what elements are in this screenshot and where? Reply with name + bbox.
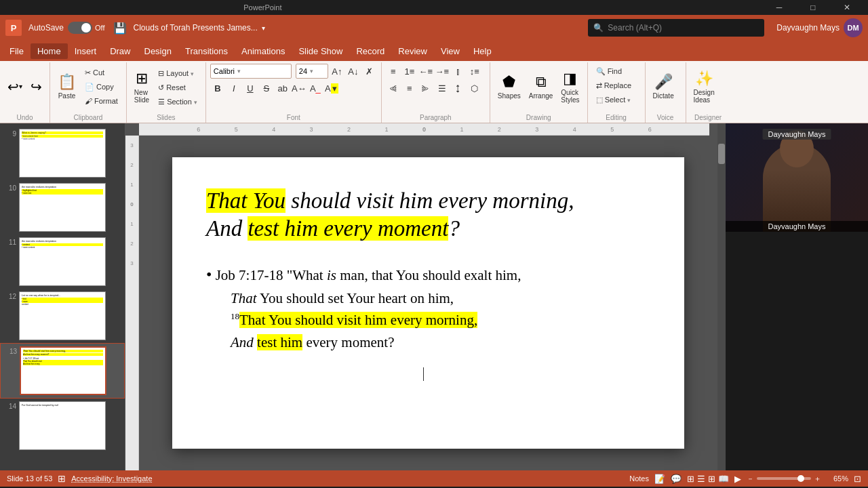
notes-button[interactable]: Notes (629, 474, 649, 483)
columns-button[interactable]: ⫿ (451, 64, 466, 79)
font-color-button[interactable]: A_ (308, 81, 323, 96)
slide-item-12[interactable]: 12 Let no one say when he is tempted... … (0, 289, 125, 343)
replace-button[interactable]: ⇄ Replace (592, 79, 641, 92)
comments-icon[interactable]: 💬 (671, 474, 682, 484)
user-area: Dayvaughn Mays DM (776, 18, 863, 37)
font-increase-button[interactable]: A↑ (330, 64, 344, 79)
font-size-dropdown[interactable]: 24 ▾ (296, 64, 328, 79)
cut-button[interactable]: ✂ Cut (81, 66, 122, 79)
font-decrease-button[interactable]: A↓ (346, 64, 361, 79)
slide-item-14[interactable]: 14 For God cannot be tempted by evil (0, 399, 125, 453)
align-right-button[interactable]: ⫸ (418, 81, 433, 96)
slide-canvas[interactable]: That You should visit him every morning,… (172, 157, 684, 449)
slide-num-13: 13 (5, 348, 17, 355)
decrease-indent-button[interactable]: ←≡ (418, 64, 433, 79)
slide-item-10[interactable]: 10 the man who endures temptation • high… (0, 180, 125, 235)
new-slide-button[interactable]: ⊞ NewSlide (131, 68, 153, 105)
increase-indent-button[interactable]: →≡ (435, 64, 450, 79)
menu-home[interactable]: Home (31, 43, 68, 59)
redo-button[interactable]: ↪ (27, 77, 45, 96)
line-spacing-button[interactable]: ↕≡ (467, 64, 482, 79)
zoom-slider[interactable] (757, 477, 811, 480)
shadow-button[interactable]: ab (275, 81, 290, 96)
find-button[interactable]: 🔍 Find (592, 65, 641, 78)
slide-item-13[interactable]: 13 That You should visit him every morni… (0, 343, 125, 399)
section-button[interactable]: ☰ Section ▾ (154, 96, 201, 108)
menu-design[interactable]: Design (138, 43, 178, 59)
vertical-scrollbar[interactable] (717, 123, 726, 470)
slide-sorter-icon[interactable]: ⊞ (708, 474, 715, 484)
accessibility-label[interactable]: Accessibility: Investigate (71, 474, 152, 483)
font-name-dropdown[interactable]: Calibri ▾ (210, 64, 292, 79)
menu-insert[interactable]: Insert (68, 43, 104, 59)
arrange-button[interactable]: ⧉ Arrange (526, 70, 557, 104)
menu-animations[interactable]: Animations (235, 43, 292, 59)
close-button[interactable]: ✕ (831, 0, 863, 18)
layout-button[interactable]: ⊟ Layout ▾ (154, 67, 201, 80)
menu-view[interactable]: View (434, 43, 467, 59)
body-v18-highlight-a: That You should visit him every morning, (239, 312, 477, 328)
select-button[interactable]: ⬚ Select ▾ (592, 94, 641, 106)
italic-button[interactable]: I (226, 81, 241, 96)
menu-slideshow[interactable]: Slide Show (292, 43, 349, 59)
bullet-list-button[interactable]: ≡ (386, 64, 401, 79)
text-cursor (423, 367, 424, 381)
outline-view-icon[interactable]: ☰ (697, 474, 705, 484)
minimize-button[interactable]: ─ (764, 0, 795, 18)
quick-styles-button[interactable]: ◨ QuickStyles (557, 68, 583, 105)
reading-view-icon[interactable]: 📖 (718, 474, 729, 484)
format-painter-button[interactable]: 🖌 Format (81, 95, 122, 107)
copy-button[interactable]: 📄 Copy (81, 81, 122, 94)
maximize-button[interactable]: □ (797, 0, 829, 18)
ribbon-group-voice: 🎤 Dictate Voice (646, 62, 686, 123)
zoom-out-icon[interactable]: － (747, 474, 754, 484)
menu-transitions[interactable]: Transitions (178, 43, 235, 59)
bold-button[interactable]: B (210, 81, 225, 96)
toggle-track[interactable] (68, 22, 92, 34)
avatar[interactable]: DM (844, 18, 863, 37)
clear-format-button[interactable]: ✗ (362, 64, 377, 79)
zoom-level[interactable]: 65% (827, 474, 848, 483)
zoom-controls[interactable]: － ＋ (747, 474, 821, 484)
char-spacing-button[interactable]: A↔ (292, 81, 307, 96)
scroll-thumb[interactable] (718, 144, 725, 164)
text-direction-button[interactable]: ⭥ (451, 81, 466, 96)
ribbon-group-paragraph: ≡ 1≡ ←≡ →≡ ⫿ ↕≡ ⫷ ≡ ⫸ ☰ ⭥ ⬡ Paragraph (382, 62, 490, 123)
menu-review[interactable]: Review (391, 43, 434, 59)
zoom-in-icon[interactable]: ＋ (814, 474, 821, 484)
justify-button[interactable]: ☰ (435, 81, 450, 96)
filename-dropdown-icon[interactable]: ▾ (262, 24, 265, 32)
search-box[interactable]: 🔍 Search (Alt+Q) (588, 19, 764, 37)
align-center-button[interactable]: ≡ (402, 81, 417, 96)
slide-thumb-9: What is James saying? • text content her… (19, 129, 106, 178)
design-ideas-button[interactable]: ✨ DesignIdeas (690, 68, 718, 105)
dictate-button[interactable]: 🎤 Dictate (650, 70, 677, 104)
fit-slide-icon[interactable]: ⊡ (854, 474, 861, 484)
notes-icon[interactable]: 📝 (654, 474, 665, 484)
convert-to-smartart-button[interactable]: ⬡ (467, 81, 482, 96)
presenter-view-icon[interactable]: ▶ (734, 474, 741, 484)
strikethrough-button[interactable]: S (259, 81, 274, 96)
font-size-arrow: ▾ (310, 68, 313, 75)
menu-file[interactable]: File (3, 43, 31, 59)
autosave-toggle[interactable]: Off (68, 22, 104, 34)
align-left-button[interactable]: ⫷ (386, 81, 401, 96)
font-group-label: Font (206, 114, 381, 121)
slide-status-icon[interactable]: ⊞ (58, 473, 66, 484)
right-panel: Dayvaughn Mays Dayvaughn Mays (726, 123, 868, 470)
shapes-button[interactable]: ⬟ Shapes (494, 70, 524, 104)
normal-view-icon[interactable]: ⊞ (687, 474, 694, 484)
menu-record[interactable]: Record (349, 43, 391, 59)
underline-button[interactable]: U (243, 81, 258, 96)
paste-button[interactable]: 📋 Paste (54, 70, 79, 104)
save-icon[interactable]: 💾 (113, 22, 127, 35)
ruler-horizontal: 6543210123456 (139, 123, 709, 136)
menu-draw[interactable]: Draw (103, 43, 137, 59)
numbered-list-button[interactable]: 1≡ (402, 64, 417, 79)
slide-item-9[interactable]: 9 What is James saying? • text content h… (0, 126, 125, 180)
reset-button[interactable]: ↺ Reset (154, 81, 201, 94)
font-highlight-button[interactable]: A▾ (324, 81, 339, 96)
slide-item-11[interactable]: 11 the man who endures temptation • cont… (0, 235, 125, 289)
menu-help[interactable]: Help (467, 43, 498, 59)
undo-button[interactable]: ↩ ▾ (4, 77, 26, 96)
